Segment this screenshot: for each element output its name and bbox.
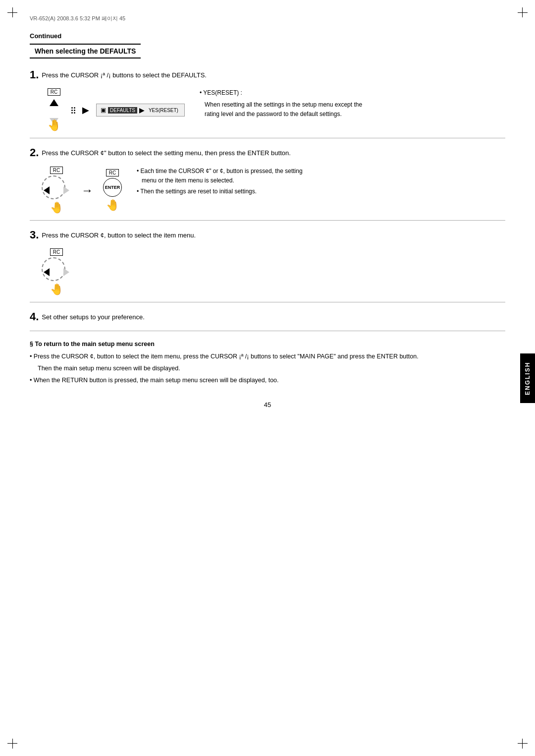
flow-arrow-1: ▶ xyxy=(82,105,89,116)
step-1-note: • YES(RESET) : When resetting all the se… xyxy=(200,88,373,119)
step-2-diagram: RC 🤚 → RC ENTER 🤚 xyxy=(30,167,505,214)
dpad-left-solid-1 xyxy=(44,186,50,194)
step-2: 2. Press the CURSOR ¢" button to select … xyxy=(30,146,505,214)
screen-menu-1: ▣ DEFAULTS ▶ YES(RESET) xyxy=(96,104,185,116)
dpad-up-arrow xyxy=(50,99,58,106)
menu-yesreset: YES(RESET) xyxy=(147,107,180,114)
dpad-left-solid-2 xyxy=(44,268,50,276)
dpad-updown: 🤚 xyxy=(42,97,66,132)
rc-box-3: RC xyxy=(106,169,119,176)
return-bullet2: • When the RETURN button is pressed, the… xyxy=(35,375,505,386)
return-section: § To return to the main setup menu scree… xyxy=(30,339,505,386)
dpad-right-light-1 xyxy=(63,186,69,194)
step-3: 3. Press the CURSOR ¢, button to select … xyxy=(30,229,505,296)
return-bullet1: • Press the CURSOR ¢, button to select t… xyxy=(35,351,505,362)
step-2-text: Press the CURSOR ¢" button to select the… xyxy=(42,146,290,158)
english-sidebar: ENGLISH xyxy=(520,353,535,403)
step-1-header: 1. Press the CURSOR ¡ª /¡ buttons to sel… xyxy=(30,68,505,81)
divider-3 xyxy=(30,302,505,302)
return-indent1: Then the main setup menu screen will be … xyxy=(38,363,505,374)
step-1-diagram: RC 🤚 xyxy=(30,88,505,132)
step-4-header: 4. Set other setups to your preference. xyxy=(30,310,505,323)
divider-1 xyxy=(30,138,505,138)
film-dots xyxy=(71,107,75,114)
step-2-note1: • Each time the CURSOR ¢" or ¢, button i… xyxy=(142,167,310,185)
flow-arrow-2: → xyxy=(81,183,93,197)
step-3-left: RC 🤚 xyxy=(42,248,71,296)
continued-label: Continued xyxy=(30,32,505,40)
step-1-number: 1. xyxy=(30,68,39,81)
divider-4 xyxy=(30,331,505,331)
note-text-1: When resetting all the settings in the s… xyxy=(205,100,373,119)
return-title: § To return to the main setup menu scree… xyxy=(30,339,505,349)
remote-enter: RC ENTER 🤚 xyxy=(103,169,122,212)
remote-leftright-1: RC 🤚 xyxy=(42,167,71,214)
enter-button: ENTER xyxy=(103,178,122,197)
menu-icon-1: ▣ xyxy=(101,107,106,114)
step-4: 4. Set other setups to your preference. xyxy=(30,310,505,323)
reg-mark-br xyxy=(518,739,528,749)
step-1: 1. Press the CURSOR ¡ª /¡ buttons to sel… xyxy=(30,68,505,132)
page: ENGLISH VR-652(A) 2008.3.6 5:32 PM 페이지 4… xyxy=(0,0,535,756)
rc-box-4: RC xyxy=(50,248,63,256)
step-2-number: 2. xyxy=(30,146,39,159)
step-2-header: 2. Press the CURSOR ¢" button to select … xyxy=(30,146,505,159)
reg-mark-bl xyxy=(7,739,17,749)
step-2-notes: • Each time the CURSOR ¢" or ¢, button i… xyxy=(137,167,310,198)
menu-arrow-1: ▶ xyxy=(139,106,145,114)
rc-box-2: RC xyxy=(50,167,63,174)
step-3-number: 3. xyxy=(30,229,39,241)
step-1-left: RC 🤚 xyxy=(42,88,185,132)
divider-2 xyxy=(30,220,505,221)
header: VR-652(A) 2008.3.6 5:32 PM 페이지 45 xyxy=(30,15,505,22)
page-number: 45 xyxy=(30,401,505,408)
step-3-text: Press the CURSOR ¢, button to select the… xyxy=(42,229,196,240)
menu-defaults: DEFAULTS xyxy=(108,107,137,114)
step-1-text: Press the CURSOR ¡ª /¡ buttons to select… xyxy=(42,68,207,80)
step-3-diagram: RC 🤚 xyxy=(30,248,505,296)
note-bullet-1: • YES(RESET) : xyxy=(200,88,373,98)
remote-leftright-2: RC 🤚 xyxy=(42,248,71,296)
step-4-text: Set other setups to your preference. xyxy=(42,310,144,322)
remote-updown: RC 🤚 xyxy=(42,88,66,132)
step-2-note2: • Then the settings are reset to initial… xyxy=(142,187,310,196)
rc-box-1: RC xyxy=(48,88,60,96)
step-3-header: 3. Press the CURSOR ¢, button to select … xyxy=(30,229,505,241)
dpad-leftright-1 xyxy=(42,175,71,205)
step-4-number: 4. xyxy=(30,310,39,323)
reg-mark-tr xyxy=(518,7,528,17)
section-heading: When selecting the DEFAULTS xyxy=(30,44,141,58)
hand-icon-1: 🤚 xyxy=(48,119,61,132)
dpad-leftright-2 xyxy=(42,257,71,287)
dpad-right-light-2 xyxy=(63,268,69,276)
reg-mark-tl xyxy=(7,7,17,17)
model-label: VR-652(A) 2008.3.6 5:32 PM 페이지 45 xyxy=(30,15,125,22)
step-2-left: RC 🤚 → RC ENTER 🤚 xyxy=(42,167,122,214)
hand-icon-3: 🤚 xyxy=(106,199,119,212)
